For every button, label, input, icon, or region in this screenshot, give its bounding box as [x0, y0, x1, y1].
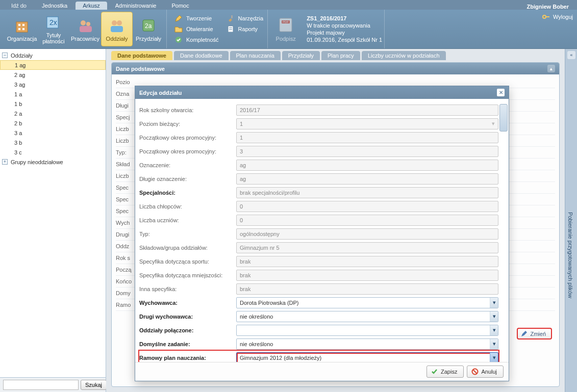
- ribbon-tytuly[interactable]: 2x Tytuły płatności: [38, 12, 69, 46]
- svg-rect-19: [229, 28, 232, 28]
- payments-icon: 2x: [44, 14, 63, 31]
- ribbon-podpisz[interactable]: PDF Podpisz: [270, 12, 302, 46]
- tree-item[interactable]: 3 a: [0, 128, 106, 138]
- modal-row-label: Inna specyfika:: [139, 286, 234, 292]
- svg-rect-25: [546, 16, 549, 17]
- tree-root-oddzialy[interactable]: − Oddziały: [0, 50, 106, 60]
- modal-row: Początkowy okres promocyjny:3: [139, 144, 498, 158]
- modal-row: Oznaczenie:ag: [139, 158, 498, 172]
- modal-row-input-disabled: 1: [236, 132, 498, 143]
- ribbon-otwieranie[interactable]: Otwieranie: [172, 24, 221, 34]
- tree-root-grupy[interactable]: + Grupy nieoddziałowe: [0, 157, 106, 167]
- ribbon-przydzialy[interactable]: 2a Przydziały: [133, 12, 164, 46]
- logout-button[interactable]: Wyloguj: [542, 13, 573, 21]
- ribbon-organizacja[interactable]: Organizacja: [6, 12, 38, 46]
- modal-row-input-disabled: Gimnazjum nr 5: [236, 242, 498, 253]
- modal-row: Początkowy okres promocyjny:1: [139, 130, 498, 144]
- save-button-label: Zapisz: [441, 369, 457, 375]
- modal-row-select[interactable]: nie określono▾: [236, 338, 498, 350]
- subtab-podstawowe[interactable]: Dane podstawowe: [111, 51, 172, 60]
- ribbon-raporty[interactable]: Raporty: [224, 24, 266, 34]
- modal-row: Specyfika dotycząca sportu:brak: [139, 254, 498, 268]
- chevron-down-icon: ▾: [490, 298, 498, 308]
- modal-row-input-disabled: ag: [236, 160, 498, 171]
- panel-collapse-icon[interactable]: ▴: [547, 65, 555, 72]
- ribbon-oddzialy[interactable]: Oddziały: [101, 12, 133, 46]
- modal-row: Ramowy plan nauczania:Gimnazjum 2012 (dl…: [139, 351, 498, 362]
- panel-title: Dane podstawowe: [116, 66, 165, 72]
- right-bar-label: Pobieranie przygotowanych plików: [567, 212, 573, 298]
- modal-row-select[interactable]: ▾: [236, 325, 498, 336]
- svg-rect-0: [16, 22, 28, 32]
- tree-item[interactable]: 2 b: [0, 118, 106, 128]
- modal-row-input-disabled: 0: [236, 201, 498, 212]
- search-input[interactable]: [3, 380, 79, 390]
- tree-item[interactable]: 1 b: [0, 99, 106, 109]
- modal-edycja-oddzialu: Edycja oddziału ✕ Rok szkolny otwarcia:2…: [135, 86, 509, 381]
- subtab-plan-pracy[interactable]: Plan pracy: [321, 51, 360, 60]
- ribbon-narzedzia[interactable]: Narzędzia: [224, 14, 266, 23]
- tree-item[interactable]: 3 c: [0, 147, 106, 157]
- modal-row-label: Liczba chłopców:: [139, 203, 234, 210]
- tab-administrowanie[interactable]: Administrowanie: [108, 2, 164, 10]
- ribbon-tytuly-label: Tytuły płatności: [38, 32, 69, 44]
- ribbon-kompletnosc[interactable]: Kompletność: [172, 35, 221, 44]
- modal-row-label: Poziom bieżący:: [139, 121, 234, 127]
- modal-row-label: Wychowawca:: [139, 300, 234, 306]
- field-label: Pozio: [116, 79, 146, 85]
- tab-jednostka[interactable]: Jednostka: [35, 2, 74, 10]
- subtab-liczby[interactable]: Liczby uczniów w podziałach: [362, 51, 446, 60]
- modal-row-label: Specyfika dotycząca sportu:: [139, 258, 234, 265]
- svg-text:PDF: PDF: [283, 20, 289, 23]
- tree-item[interactable]: 3 ag: [0, 80, 106, 89]
- tree-item-label: 3 ag: [14, 82, 25, 88]
- chevron-down-icon: ▾: [490, 339, 498, 349]
- ribbon-tworzenie[interactable]: Tworzenie: [172, 14, 221, 23]
- tree-item[interactable]: 1 ag: [0, 60, 106, 70]
- cancel-button[interactable]: Anuluj: [467, 365, 504, 378]
- svg-rect-4: [22, 28, 24, 30]
- tab-pomoc[interactable]: Pomoc: [164, 2, 196, 10]
- save-button[interactable]: Zapisz: [427, 365, 464, 378]
- modal-row-label: Początkowy okres promocyjny:: [139, 135, 234, 141]
- ribbon-otwieranie-label: Otwieranie: [186, 26, 213, 32]
- svg-point-11: [117, 20, 122, 25]
- change-button[interactable]: Zmień: [517, 328, 552, 339]
- tree-item-label: 3 c: [14, 149, 22, 155]
- tree-item[interactable]: 3 b: [0, 138, 106, 147]
- ribbon-pracownicy[interactable]: Pracownicy: [69, 12, 101, 46]
- modal-row: Wychowawca:Dorota Piotrowska (DP)▾: [139, 296, 498, 309]
- modal-row: Liczba uczniów:0: [139, 213, 498, 227]
- modal-row-label: Początkowy okres promocyjny:: [139, 148, 234, 154]
- tree-item[interactable]: 1 a: [0, 89, 106, 99]
- tools-icon: [226, 14, 235, 22]
- modal-row: Rok szkolny otwarcia:2016/17: [139, 103, 498, 117]
- chevron-down-icon: ▾: [492, 120, 495, 127]
- goto-label: Idź do: [4, 2, 34, 10]
- tree-item-label: 1 b: [14, 101, 22, 107]
- modal-row-select[interactable]: Dorota Piotrowska (DP)▾: [236, 297, 498, 308]
- modal-row-label: Drugi wychowawca:: [139, 313, 234, 320]
- modal-row-select[interactable]: nie określono▾: [236, 311, 498, 322]
- subtab-przydzialy[interactable]: Przydziały: [282, 51, 320, 60]
- scrollbar-thumb[interactable]: [499, 104, 508, 132]
- modal-row: Specyfika dotycząca mniejszości:brak: [139, 268, 498, 282]
- subtab-plan-nauczania[interactable]: Plan nauczania: [230, 51, 281, 60]
- tree-item[interactable]: 2 ag: [0, 70, 106, 80]
- search-button[interactable]: Szukaj: [81, 380, 107, 390]
- tab-arkusz[interactable]: Arkusz: [76, 2, 107, 10]
- close-icon[interactable]: ✕: [497, 89, 505, 96]
- minus-icon[interactable]: −: [2, 53, 8, 58]
- modal-row-input-disabled: brak: [236, 256, 498, 267]
- modal-row-select[interactable]: Gimnazjum 2012 (dla młodzieży)▾: [236, 352, 498, 362]
- tree-item-label: 3 b: [14, 140, 22, 146]
- modal-row: Składowa/grupa oddziałów:Gimnazjum nr 5: [139, 241, 498, 254]
- svg-point-24: [543, 15, 546, 18]
- tree-item[interactable]: 2 a: [0, 109, 106, 118]
- modal-row-value: Gimnazjum 2012 (dla młodzieży): [240, 355, 321, 361]
- ribbon-info-4: 01.09.2016, Zespół Szkół Nr 1: [307, 36, 382, 43]
- subtab-dodatkowe[interactable]: Dane dodatkowe: [174, 51, 229, 60]
- expand-left-icon[interactable]: «: [567, 51, 575, 59]
- modal-row-label: Oddziały połączone:: [139, 327, 234, 333]
- plus-icon[interactable]: +: [2, 159, 8, 165]
